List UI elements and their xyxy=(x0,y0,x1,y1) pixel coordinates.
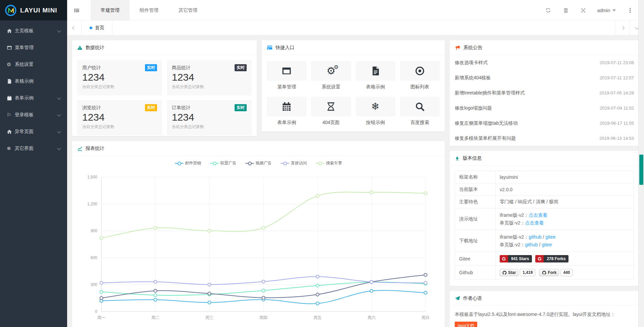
sidebar-item-label: 系统设置 xyxy=(15,62,60,68)
clear-cache-trash-icon[interactable] xyxy=(563,8,568,13)
link-github[interactable]: github xyxy=(529,234,541,240)
notice-item[interactable]: 修改logo缩放问题2019-07-04 11:02 xyxy=(455,100,634,116)
stat-value: 1234 xyxy=(172,72,247,83)
legend-marker-icon xyxy=(281,161,289,165)
quick-entry-百度搜索[interactable]: 百度搜索 xyxy=(400,97,440,126)
gitee-badge-label: 278 Forks xyxy=(544,255,568,262)
report-chart-title: 报表统计 xyxy=(86,146,104,152)
notice-item[interactable]: 修复多模块菜单栏展开有问题2019-06-13 14:53 xyxy=(455,131,634,146)
version-card: 版本信息 框架名称layuimini当前版本v2.0.0主要特色零门槛 / 响应… xyxy=(450,151,639,286)
more-menu-icon[interactable]: ⋮ xyxy=(627,7,633,14)
quick-entry-菜单管理[interactable]: 菜单管理 xyxy=(267,61,306,90)
link-gitee[interactable]: gitee xyxy=(545,234,555,240)
sidebar-item-登录模板[interactable]: ⚐登录模板 xyxy=(0,107,67,123)
quick-entry-404页面[interactable]: 404页面 xyxy=(311,97,351,126)
legend-label: 视频广告 xyxy=(256,160,272,166)
sidebar-item-菜单管理[interactable]: 菜单管理 xyxy=(0,39,67,56)
layui-doc-button[interactable]: layui文档 xyxy=(455,322,477,327)
sidebar-toggle-icon[interactable] xyxy=(67,7,87,13)
nav-tab-其它管理[interactable]: 其它管理 xyxy=(168,0,207,21)
refresh-icon[interactable] xyxy=(545,7,551,13)
quick-entry-系统设置[interactable]: ⚙⚙系统设置 xyxy=(311,61,351,90)
nav-tab-组件管理[interactable]: 组件管理 xyxy=(130,0,168,21)
sidebar-item-其它界面[interactable]: ❄其它界面 xyxy=(0,140,67,157)
gitee-logo-icon: G xyxy=(500,255,508,262)
file-icon xyxy=(356,61,395,81)
link-点击查看[interactable]: 点击查看 xyxy=(525,220,544,226)
legend-label: 邮件营销 xyxy=(185,160,201,166)
legend-marker-icon xyxy=(316,161,325,165)
sidebar-item-异常页面[interactable]: 异常页面 xyxy=(0,123,67,140)
quick-entry-表格示例[interactable]: 表格示例 xyxy=(356,61,395,90)
tabs-scroll-right-icon[interactable] xyxy=(615,21,630,35)
github-star-button[interactable]: Star xyxy=(500,269,518,276)
gitee-badge[interactable]: G278 Forks xyxy=(535,255,568,262)
page-scrollbar-thumb[interactable] xyxy=(639,155,643,185)
author-line1: 本模板基于layui2.5.4以及font-awesome-4.7.0进行实现。… xyxy=(455,311,634,319)
legend-marker-icon xyxy=(175,161,184,165)
notice-title: 新增系统404模板 xyxy=(455,75,491,81)
tab-home[interactable]: 首页 xyxy=(82,21,113,35)
github-star-badge[interactable]: Star1,419 xyxy=(500,269,535,276)
github-fork-button[interactable]: Fork xyxy=(539,269,559,276)
gear-icon: ⚙ xyxy=(7,62,15,67)
sidebar-item-系统设置[interactable]: ⚙系统设置 xyxy=(0,56,67,73)
tab-home-label: 首页 xyxy=(95,25,104,31)
status-badge: 实时 xyxy=(145,64,157,71)
tabbar-spacer xyxy=(113,21,615,35)
sidebar-item-表格示例[interactable]: 表格示例 xyxy=(0,73,67,90)
svg-text:0: 0 xyxy=(95,309,97,314)
notice-card: 系统公告 修改选项卡样式2019-07-11 23:06新增系统404模板201… xyxy=(450,40,639,146)
legend-item-联盟广告[interactable]: 联盟广告 xyxy=(210,160,237,166)
notice-title: 修复多模块菜单栏展开有问题 xyxy=(455,135,516,141)
user-menu[interactable]: admin xyxy=(597,8,616,13)
search-icon xyxy=(400,97,440,116)
stats-card: 数据统计 用户统计实时1234当前分类总记录数商品统计实时1234当前分类总记录… xyxy=(72,40,257,136)
legend-item-视频广告[interactable]: 视频广告 xyxy=(245,160,272,166)
notice-title: 修改选项卡样式 xyxy=(455,60,488,66)
link-line-prefix: 单页版-v2： xyxy=(500,242,525,247)
stat-desc: 当前分类总记录数 xyxy=(172,124,247,130)
legend-item-邮件营销[interactable]: 邮件营销 xyxy=(175,160,201,166)
sidebar-menu: 主页模板菜单管理⚙系统设置表格示例表单示例⚐登录模板异常页面❄其它界面 xyxy=(0,21,67,157)
sidebar-item-表单示例[interactable]: 表单示例 xyxy=(0,90,67,107)
svg-text:周日: 周日 xyxy=(422,315,430,320)
notice-item[interactable]: 修复左侧菜单缩放tab无法移动2019-06-17 11:55 xyxy=(455,116,634,131)
legend-label: 联盟广告 xyxy=(220,160,237,166)
stats-card-title: 数据统计 xyxy=(86,45,104,51)
sidebar-item-主页模板[interactable]: 主页模板 xyxy=(0,23,67,39)
line-chart: 03006009001,2001,500周一周二周三周四周五周六周日 xyxy=(72,166,445,324)
quick-entry-按钮示例[interactable]: ❄按钮示例 xyxy=(356,97,395,126)
version-row-label: 当前版本 xyxy=(455,183,496,196)
nav-tab-常规管理[interactable]: 常规管理 xyxy=(91,0,130,21)
notice-item[interactable]: 新增系统404模板2019-07-11 12:57 xyxy=(455,70,634,85)
link-点击查看[interactable]: 点击查看 xyxy=(529,212,547,218)
legend-label: 搜索引擎 xyxy=(326,160,342,166)
tabs-scroll-left-icon[interactable] xyxy=(67,21,82,35)
gitee-badge[interactable]: G941 Stars xyxy=(500,255,532,262)
quick-entry-图标列表[interactable]: 图标列表 xyxy=(400,61,440,90)
app-logo[interactable]: LAYUI MINI xyxy=(0,0,67,21)
author-card: 作者心语 本模板基于layui2.5.4以及font-awesome-4.7.0… xyxy=(450,291,639,327)
svg-text:900: 900 xyxy=(91,229,97,233)
svg-text:周六: 周六 xyxy=(367,315,376,320)
gears-icon: ⚙⚙ xyxy=(311,61,351,81)
quick-entry-表单示例[interactable]: 表单示例 xyxy=(267,97,306,126)
stat-desc: 当前分类总记录数 xyxy=(172,84,247,90)
fullscreen-icon[interactable] xyxy=(581,8,586,13)
svg-text:周一: 周一 xyxy=(97,315,105,320)
legend-item-直接访问[interactable]: 直接访问 xyxy=(281,160,307,166)
notice-date: 2019-06-13 14:53 xyxy=(599,136,634,141)
link-gitee[interactable]: gitee xyxy=(542,242,552,247)
page-scrollbar[interactable] xyxy=(638,0,644,327)
notice-item[interactable]: 新增treetable插件和菜单管理样式2019-07-05 14:28 xyxy=(455,85,634,100)
legend-item-搜索引擎[interactable]: 搜索引擎 xyxy=(316,160,342,166)
link-github[interactable]: github xyxy=(525,242,538,247)
svg-text:1,500: 1,500 xyxy=(87,175,97,179)
github-fork-badge[interactable]: Fork440 xyxy=(539,269,573,276)
paper-plane-icon xyxy=(455,296,460,301)
version-card-title: 版本信息 xyxy=(463,155,482,161)
stat-label: 浏览统计 xyxy=(82,105,101,111)
tabbar: 首页 xyxy=(67,21,644,35)
notice-item[interactable]: 修改选项卡样式2019-07-11 23:06 xyxy=(455,55,634,70)
